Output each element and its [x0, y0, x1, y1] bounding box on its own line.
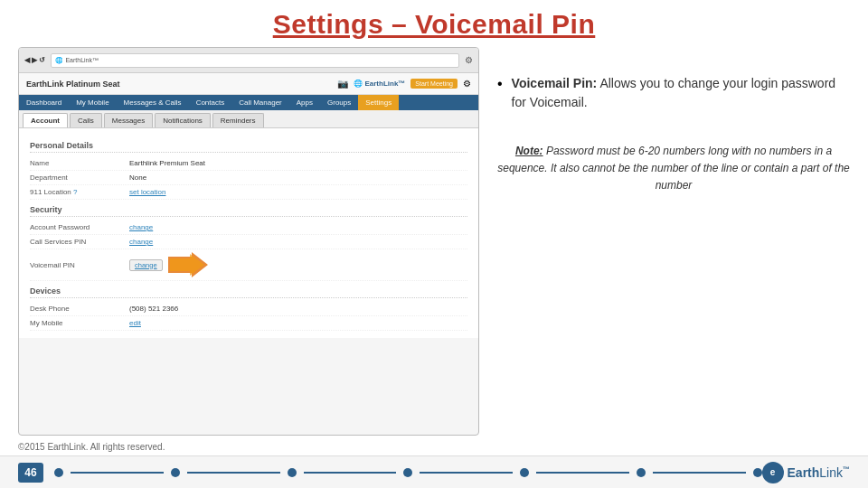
- el-icons: 📷 🌐 EarthLink™ Start Meeting ⚙: [337, 79, 471, 89]
- start-meeting-button[interactable]: Start Meeting: [410, 79, 458, 89]
- my-mobile-edit-link[interactable]: edit: [129, 319, 141, 327]
- progress-line-3: [304, 472, 397, 474]
- progress-dots: [54, 468, 762, 477]
- earthlink-icon: 🌐 EarthLink™: [354, 80, 405, 88]
- progress-dot-5: [520, 468, 529, 477]
- account-password-change-link[interactable]: change: [129, 223, 153, 231]
- browser-panel: ◀ ▶ ↺ 🌐 EarthLink™ ⚙ EarthLink Platinum …: [18, 47, 479, 436]
- tab-reminders[interactable]: Reminders: [212, 113, 264, 127]
- browser-url-bar: 🌐 EarthLink™: [51, 53, 459, 68]
- arrow-icon: [168, 252, 208, 277]
- tab-row: Account Calls Messages Notifications Rem…: [19, 110, 478, 128]
- field-desk-phone-label: Desk Phone: [30, 305, 129, 313]
- page-title: Settings – Voicemail Pin: [0, 0, 868, 47]
- voicemail-pin-change-button[interactable]: change: [129, 259, 163, 271]
- nav-apps[interactable]: Apps: [289, 95, 320, 110]
- field-name-value: Earthlink Premium Seat: [129, 159, 205, 167]
- field-911-label: 911 Location ?: [30, 188, 129, 196]
- tab-account[interactable]: Account: [23, 113, 68, 127]
- tab-calls[interactable]: Calls: [70, 113, 102, 127]
- progress-dot-7: [753, 468, 762, 477]
- browser-toolbar: ◀ ▶ ↺ 🌐 EarthLink™ ⚙: [19, 48, 478, 73]
- progress-line-1: [71, 472, 164, 474]
- nav-messages-calls[interactable]: Messages & Calls: [117, 95, 189, 110]
- progress-line-5: [536, 472, 629, 474]
- devices-header: Devices: [30, 286, 467, 298]
- nav-groups[interactable]: Groups: [320, 95, 358, 110]
- personal-details-header: Personal Details: [30, 141, 467, 153]
- nav-dashboard[interactable]: Dashboard: [19, 95, 69, 110]
- progress-line-6: [653, 472, 746, 474]
- field-call-services-pin: Call Services PIN change: [30, 235, 467, 249]
- tab-messages[interactable]: Messages: [104, 113, 153, 127]
- el-header: EarthLink Platinum Seat 📷 🌐 EarthLink™ S…: [19, 73, 478, 95]
- field-my-mobile: My Mobile edit: [30, 316, 467, 331]
- field-department-value: None: [129, 174, 146, 182]
- field-desk-phone: Desk Phone (508) 521 2366: [30, 302, 467, 316]
- voicemail-pin-bold: Voicemail Pin:: [512, 76, 598, 90]
- field-account-password: Account Password change: [30, 221, 467, 235]
- nav-call-manager[interactable]: Call Manager: [231, 95, 289, 110]
- progress-dot-1: [54, 468, 63, 477]
- bullet-icon: •: [497, 76, 503, 92]
- call-services-change-link[interactable]: change: [129, 238, 153, 246]
- el-brand: EarthLink Platinum Seat: [26, 80, 120, 89]
- field-account-password-label: Account Password: [30, 223, 129, 231]
- progress-dot-4: [403, 468, 412, 477]
- field-name-label: Name: [30, 159, 129, 167]
- progress-dot-2: [171, 468, 180, 477]
- content-area: Personal Details Name Earthlink Premium …: [19, 128, 478, 338]
- field-name: Name Earthlink Premium Seat: [30, 156, 467, 171]
- set-location-link[interactable]: set location: [129, 188, 165, 196]
- arrow-indicator: [168, 252, 208, 277]
- el-logo-bottom: e EarthLink™: [762, 462, 850, 483]
- el-logo-icon: e: [762, 462, 784, 483]
- slide-number: 46: [18, 463, 43, 483]
- nav-my-mobile[interactable]: My Mobile: [69, 95, 116, 110]
- el-logo-text: EarthLink™: [788, 465, 850, 480]
- progress-line-4: [420, 472, 513, 474]
- note-body: Password must be 6-20 numbers long with …: [497, 145, 850, 192]
- video-icon: 📷: [337, 79, 348, 89]
- progress-dot-6: [637, 468, 646, 477]
- field-voicemail-pin: Voicemail PIN change: [30, 249, 467, 281]
- main-layout: ◀ ▶ ↺ 🌐 EarthLink™ ⚙ EarthLink Platinum …: [0, 47, 868, 436]
- security-header: Security: [30, 205, 467, 217]
- nav-contacts[interactable]: Contacts: [189, 95, 232, 110]
- bottom-bar: 46 e EarthLink™: [0, 455, 868, 488]
- note-text: Note: Password must be 6-20 numbers long…: [497, 143, 850, 195]
- field-911-location: 911 Location ? set location: [30, 185, 467, 200]
- tab-notifications[interactable]: Notifications: [155, 113, 211, 127]
- earthlink-logo-small: 🌐 EarthLink™: [55, 57, 99, 64]
- bullet-section: • Voicemail Pin: Allows you to change yo…: [497, 74, 850, 112]
- note-label: Note:: [515, 145, 543, 157]
- field-call-services-label: Call Services PIN: [30, 238, 129, 246]
- el-logo-tm: ™: [843, 465, 850, 474]
- copyright-text: ©2015 EarthLink. All rights reserved.: [18, 442, 165, 452]
- settings-gear-icon[interactable]: ⚙: [463, 79, 471, 89]
- field-department: Department None: [30, 171, 467, 185]
- right-panel: • Voicemail Pin: Allows you to change yo…: [497, 47, 850, 436]
- field-desk-phone-value: (508) 521 2366: [129, 305, 178, 313]
- field-my-mobile-label: My Mobile: [30, 319, 129, 327]
- browser-logo: ◀ ▶ ↺: [24, 56, 45, 64]
- progress-line-2: [187, 472, 280, 474]
- field-department-label: Department: [30, 174, 129, 182]
- nav-settings[interactable]: Settings: [358, 95, 399, 110]
- top-nav: Dashboard My Mobile Messages & Calls Con…: [19, 95, 478, 110]
- browser-gear-icon[interactable]: ⚙: [465, 55, 473, 65]
- progress-dot-3: [288, 468, 297, 477]
- field-voicemail-pin-label: Voicemail PIN: [30, 261, 129, 269]
- note-section: Note: Password must be 6-20 numbers long…: [497, 143, 850, 195]
- bullet-text: Voicemail Pin: Allows you to change your…: [512, 74, 850, 112]
